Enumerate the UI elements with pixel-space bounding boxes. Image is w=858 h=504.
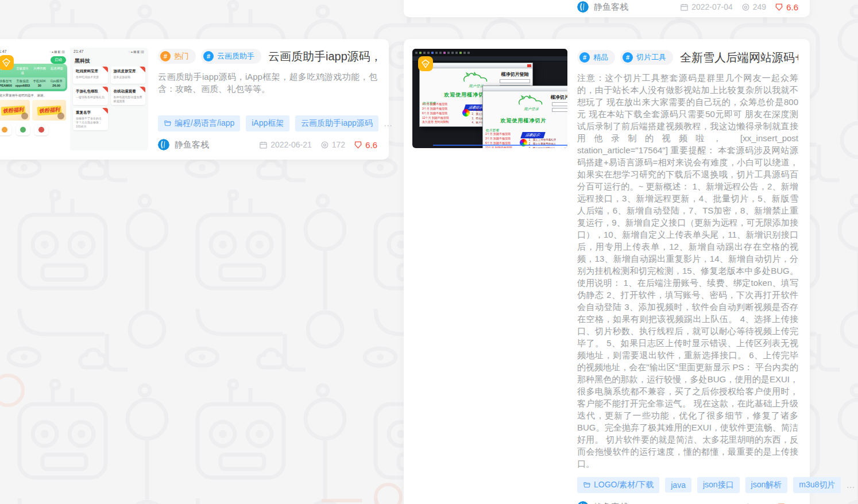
badge-label: 切片工具 <box>636 52 666 63</box>
feature-label: 起名神器 <box>51 67 63 70</box>
tags-overflow-ellipsis: ... <box>847 480 855 490</box>
tag-chip[interactable]: m3u8切片 <box>793 477 841 493</box>
vip-badge-icon <box>0 55 14 70</box>
price-text: 6.6 <box>365 140 377 150</box>
folder-icon <box>164 119 172 127</box>
post-date: 2022-06-21 <box>259 140 312 149</box>
tag-chip[interactable]: 云画质助手iapp源码 <box>295 115 378 131</box>
price-text: 6.6 <box>786 2 798 12</box>
tip-ribbon: 温馨提示: <box>520 132 545 138</box>
calendar-icon <box>680 3 689 11</box>
price-tag-icon <box>775 3 783 11</box>
category-chip[interactable]: LOGO/素材/下载 <box>577 477 659 493</box>
post-footer: 静鱼客栈 2022-05-29 234 50 <box>577 501 798 504</box>
ide-tabbar <box>412 56 567 61</box>
badge-topic[interactable]: #云画质助手 <box>201 49 261 64</box>
post-footer: 静鱼客栈 2022-06-21 172 6.6 <box>158 139 377 150</box>
view-count: 249 <box>741 2 766 11</box>
category-chip[interactable]: 编程/易语言/iapp <box>158 115 240 131</box>
ascii-cat-art: 用户登录 <box>508 92 555 112</box>
gem-crown-icon <box>420 59 431 69</box>
slicer-login-window-overlap: 用户登录 欢迎使用槿净切片 包月套餐 1个月 到期不能登陆 3个月 到期不能登陆… <box>482 86 567 148</box>
tag-chip[interactable]: iApp框架 <box>246 115 289 131</box>
date-text: 2022-07-04 <box>691 2 733 11</box>
post-thumbnail[interactable]: 21:47 ◌▴▦◧▥ 启动 灵敏度 灵敏度生成 大神作图 起名神器 设备型号P… <box>0 48 148 150</box>
badge-topic[interactable]: #切片工具 <box>620 50 673 65</box>
post-card-snowman-slicer[interactable]: 用户登录 欢迎使用槿净切片 包月套餐 1个月 到期不能登陆 3个月 到期不能登陆… <box>404 39 810 504</box>
tag-chip[interactable]: java <box>665 478 691 493</box>
site-logo-icon <box>158 139 169 150</box>
gem-crown-icon <box>1 57 11 68</box>
author-name[interactable]: 静鱼客栈 <box>594 502 628 504</box>
views-text: 249 <box>753 2 766 11</box>
device-stats: 设备型号PEAM00 主板信息oppo6853 手机SDK30 Cpu频率26.… <box>0 77 65 89</box>
post-header-row: #热门 #云画质助手 云画质助手iapp源码，i... <box>158 48 377 65</box>
author-avatar[interactable] <box>158 139 169 150</box>
status-underline <box>433 145 567 146</box>
hash-icon: # <box>203 51 214 61</box>
badge-hot[interactable]: #热门 <box>158 49 196 64</box>
hash-icon: # <box>160 51 171 61</box>
post-excerpt: 云画质助手iapp源码，iApp框架，超多吃鸡游戏功能，包含：攻略、画质、礼包等… <box>158 71 377 95</box>
price-tag-icon <box>354 141 362 149</box>
price-badge: 6.6 <box>775 2 798 12</box>
hash-icon: # <box>579 52 590 63</box>
post-thumbnail[interactable]: 用户登录 欢迎使用槿净切片 包月套餐 1个月 到期不能登陆 3个月 到期不能登陆… <box>412 49 567 148</box>
tag-chip[interactable]: json接口 <box>697 477 740 493</box>
author-avatar[interactable] <box>577 1 589 13</box>
author-name[interactable]: 静鱼客栈 <box>594 2 628 13</box>
calendar-icon <box>259 141 268 149</box>
rainbow-logo-icon <box>462 109 470 117</box>
site-logo-icon <box>577 501 589 504</box>
category-label: 编程/易语言/iapp <box>175 118 234 129</box>
tags-overflow-ellipsis: ... <box>384 119 393 128</box>
banner-text: 铁粉福利 <box>37 105 61 115</box>
badge-featured[interactable]: #精品 <box>577 50 615 65</box>
ide-toolbar <box>412 49 567 56</box>
app-notice-text: 欢迎大家使用牛逼吃鸡助手、谢谢。 <box>0 94 66 98</box>
post-header-row: #精品 #切片工具 全新雪人后端网站源码+... <box>577 49 798 66</box>
status-time: 21:47 <box>74 49 84 55</box>
post-title[interactable]: 全新雪人后端网站源码+... <box>680 50 798 65</box>
feature-label: 灵敏度生成 <box>16 67 29 75</box>
badge-label: 精品 <box>593 52 608 63</box>
post-card-cloud-iapp[interactable]: 21:47 ◌▴▦◧▥ 启动 灵敏度 灵敏度生成 大神作图 起名神器 设备型号P… <box>0 39 389 160</box>
author-name[interactable]: 静鱼客栈 <box>175 139 209 150</box>
window-titlebar <box>483 86 567 91</box>
folder-icon <box>583 481 591 489</box>
login-input <box>552 108 567 112</box>
feature-label: 大神作图 <box>33 67 46 70</box>
post-meta: 2022-07-04 249 6.6 <box>680 2 798 12</box>
banner-text: 铁粉福利 <box>1 105 25 115</box>
post-excerpt: 注意：这个切片工具整套源码是群里几个网友一起众筹的，由于站长本人没有做影视站加上… <box>577 72 798 470</box>
thumbnail-phone-screen-right: 21:47 ◌▴▦◧▥ 黑科技 吃鸡资料宝库各种吃鸡技术资源 游戏皮肤宝库超多皮… <box>70 48 148 150</box>
vip-badge-icon <box>418 56 433 71</box>
price-text: 50 <box>789 502 798 504</box>
welcome-text: 欢迎使用槿净切片 <box>489 117 558 125</box>
tag-chip[interactable]: json解析 <box>745 477 788 493</box>
window-titlebar <box>420 63 532 68</box>
phone-status-bar: 21:47 ◌▴▦◧▥ <box>0 48 69 55</box>
window-title: 槿净切片登陆 <box>498 71 532 77</box>
post-tag-row: LOGO/素材/下载 java json接口 json解析 m3u8切片 ... <box>577 477 798 493</box>
view-count: 172 <box>320 140 345 149</box>
views-icon <box>741 3 750 11</box>
post-title[interactable]: 云画质助手iapp源码，i... <box>268 49 377 64</box>
login-input <box>500 79 530 83</box>
badge-label: 热门 <box>174 51 189 61</box>
plan-list: 1个月 到期不能登陆 3个月 到期不能登陆 6个月 到期不能登陆 12个月 到期… <box>422 102 449 125</box>
promo-banners: 铁粉福利 铁粉福利 <box>0 100 66 121</box>
hash-icon: # <box>623 52 633 63</box>
post-tag-row: 编程/易语言/iapp iApp框架 云画质助手iapp源码 ... <box>158 115 377 131</box>
category-label: LOGO/素材/下载 <box>594 480 654 490</box>
views-icon <box>320 141 329 149</box>
post-footer: 静鱼客栈 2022-07-04 249 6.6 <box>577 1 798 13</box>
app-title: 黑科技 <box>70 55 148 67</box>
author-avatar[interactable] <box>577 501 589 504</box>
status-icons: ◌▴▦◧▥ <box>128 49 145 55</box>
login-input <box>552 102 567 106</box>
price-badge: 6.6 <box>354 140 377 150</box>
launch-button: 启动 <box>51 56 66 64</box>
post-card-top-partial[interactable]: 静鱼客栈 2022-07-04 249 6.6 <box>404 0 810 17</box>
post-date: 2022-07-04 <box>680 2 733 11</box>
